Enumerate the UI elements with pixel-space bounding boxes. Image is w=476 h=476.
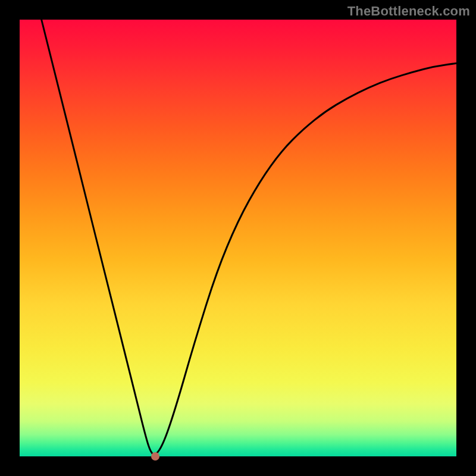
plot-area [20, 20, 456, 456]
bottleneck-curve [20, 20, 456, 456]
chart-frame: TheBottleneck.com [0, 0, 476, 476]
optimum-marker-dot [151, 452, 159, 461]
watermark-text: TheBottleneck.com [347, 4, 470, 19]
